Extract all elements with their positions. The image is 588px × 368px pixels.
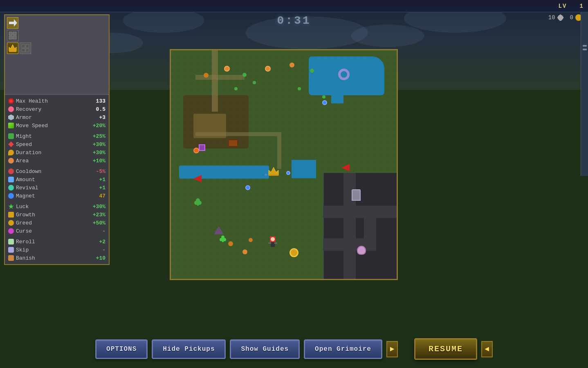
show-guides-button[interactable]: Show Guides [230, 339, 300, 359]
open-grimoire-button[interactable]: Open Grimoire [304, 339, 382, 359]
amount-label: Amount [16, 177, 35, 183]
cooldown-icon [8, 168, 14, 174]
area-label: Area [16, 158, 29, 164]
map-enemy-arrow-right [341, 164, 350, 171]
map-crown-player [268, 167, 279, 176]
speed-label: Speed [16, 141, 32, 148]
stat-growth: Growth +23% [8, 211, 105, 219]
skull-count: 10 [548, 14, 555, 21]
banish-label: Banish [16, 255, 35, 261]
curse-label: Curse [16, 228, 32, 234]
move-speed-icon [8, 123, 14, 128]
icon-row-3 [7, 43, 107, 54]
map-small-item-3 [234, 87, 238, 90]
greed-value: +50% [87, 220, 105, 226]
revival-icon [8, 185, 14, 191]
amount-value: +1 [87, 177, 105, 183]
stat-revival: Revival +1 [8, 184, 105, 192]
growth-value: +23% [87, 212, 105, 218]
map-skull-enemy [357, 246, 366, 255]
level-label: LV [559, 3, 567, 9]
map-water-top-connect [331, 79, 343, 103]
skip-label: Skip [16, 247, 29, 253]
map-blue-dot-1 [322, 100, 327, 105]
stat-reroll: Reroll +2 [8, 238, 105, 246]
map-clover-2 [219, 235, 227, 242]
svg-rect-24 [268, 242, 271, 244]
svg-rect-2 [13, 32, 16, 35]
curse-icon [8, 228, 14, 234]
map-player [268, 236, 277, 247]
stat-move-speed: Move Speed +20% [8, 121, 105, 130]
growth-label: Growth [16, 212, 35, 218]
move-speed-value: +20% [87, 123, 105, 129]
resume-button[interactable]: RESUME [414, 338, 477, 360]
arrow-right-1[interactable]: ► [386, 341, 398, 357]
stat-magnet: Magnet 47 [8, 192, 105, 200]
move-speed-label: Move Speed [16, 123, 48, 129]
map-small-item-2 [253, 81, 256, 84]
magnet-value: 47 [87, 193, 105, 199]
greed-label: Greed [16, 220, 32, 226]
svg-marker-5 [9, 45, 16, 51]
map-crosshair: + [264, 172, 267, 178]
curse-value: - [87, 228, 105, 234]
svg-point-23 [271, 237, 275, 241]
map-container: + [170, 49, 398, 280]
map-small-item-1 [242, 73, 247, 77]
armor-label: Armor [16, 114, 32, 121]
might-label: Might [16, 133, 32, 139]
svg-rect-25 [274, 242, 277, 244]
svg-rect-22 [271, 242, 275, 247]
char-icon-crown[interactable] [7, 43, 18, 54]
map-purple-item [199, 144, 205, 151]
map-road-2 [195, 75, 245, 80]
char-icon-grid-2[interactable] [20, 43, 31, 54]
stat-recovery: Recovery 0.5 [8, 105, 105, 113]
duration-value: +30% [87, 150, 105, 156]
svg-marker-0 [9, 19, 17, 27]
max-health-value: 133 [87, 98, 105, 104]
hide-pickups-button[interactable]: Hide Pickups [152, 339, 226, 359]
greed-icon [8, 220, 14, 226]
bottom-bar: OPTIONS Hide Pickups Show Guides Open Gr… [0, 338, 588, 360]
speed-value: +30% [87, 141, 105, 148]
dungeon-path-2 [323, 206, 397, 218]
svg-marker-11 [269, 167, 278, 175]
map-blue-dot-2 [245, 185, 250, 190]
cloud-5 [351, 25, 424, 47]
duration-label: Duration [16, 150, 41, 156]
right-scrollbar[interactable] [581, 12, 588, 176]
timer-display: 0:31 [277, 14, 311, 27]
arrow-left-1[interactable]: ◄ [481, 341, 493, 357]
stat-speed: Speed +30% [8, 140, 105, 148]
magnet-icon [8, 193, 14, 199]
svg-rect-16 [197, 203, 199, 206]
top-bar: LV 1 [0, 0, 588, 12]
stat-duration: Duration +30% [8, 148, 105, 157]
map-road-1 [212, 50, 218, 112]
char-icons-area [5, 15, 109, 95]
stats-panel: Max Health 133 Recovery 0.5 Armor +3 Mov… [4, 14, 110, 265]
stat-skip: Skip - [8, 246, 105, 254]
char-icon-grid-1[interactable] [7, 30, 18, 41]
svg-rect-9 [22, 49, 25, 52]
skull-currency: 10 [548, 14, 564, 21]
stat-might: Might +25% [8, 132, 105, 140]
map-blue-dot-3 [286, 171, 290, 175]
svg-rect-6 [9, 51, 16, 52]
currency-bar: 10 0 [548, 14, 582, 21]
char-icon-arrow[interactable] [7, 17, 18, 29]
stat-cooldown: Cooldown -5% [8, 167, 105, 175]
revival-value: +1 [87, 185, 105, 191]
stat-area: Area +10% [8, 157, 105, 165]
options-button[interactable]: OPTIONS [95, 339, 148, 359]
map-item-2 [265, 66, 271, 72]
level-value: 1 [580, 3, 584, 9]
level-display: LV 1 [559, 3, 584, 9]
might-icon [8, 133, 14, 139]
svg-rect-3 [9, 36, 12, 39]
luck-icon [8, 204, 14, 209]
armor-value: +3 [87, 114, 105, 121]
reroll-label: Reroll [16, 239, 35, 245]
